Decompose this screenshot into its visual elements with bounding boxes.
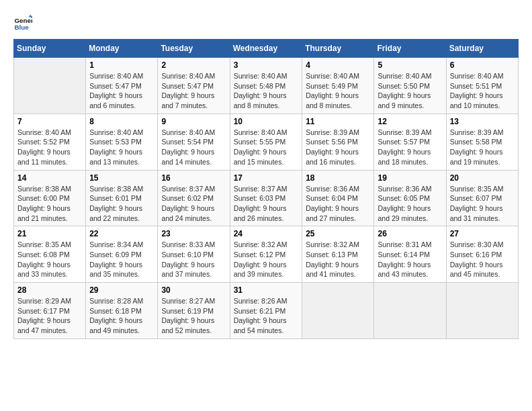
calendar-cell: 7Sunrise: 8:40 AMSunset: 5:52 PMDaylight… (14, 113, 86, 170)
week-row-2: 7Sunrise: 8:40 AMSunset: 5:52 PMDaylight… (14, 113, 519, 170)
weekday-header-friday: Friday (374, 40, 446, 58)
logo: General Blue (13, 13, 35, 32)
calendar-cell: 28Sunrise: 8:29 AMSunset: 6:17 PMDayligh… (14, 283, 86, 339)
day-number: 2 (161, 60, 226, 70)
week-row-5: 28Sunrise: 8:29 AMSunset: 6:17 PMDayligh… (14, 283, 519, 339)
calendar-cell: 24Sunrise: 8:32 AMSunset: 6:12 PMDayligh… (230, 226, 302, 283)
day-number: 16 (161, 173, 226, 183)
weekday-header-thursday: Thursday (302, 40, 374, 58)
day-number: 6 (450, 60, 515, 70)
day-number: 26 (378, 229, 442, 238)
cell-info: Sunrise: 8:40 AMSunset: 5:47 PMDaylight:… (161, 71, 226, 111)
cell-info: Sunrise: 8:40 AMSunset: 5:55 PMDaylight:… (234, 128, 299, 167)
cell-info: Sunrise: 8:35 AMSunset: 6:07 PMDaylight:… (450, 184, 515, 224)
weekday-header-wednesday: Wednesday (230, 40, 302, 58)
calendar-cell: 9Sunrise: 8:40 AMSunset: 5:54 PMDaylight… (158, 113, 230, 170)
cell-info: Sunrise: 8:40 AMSunset: 5:51 PMDaylight:… (450, 71, 515, 111)
calendar-cell: 15Sunrise: 8:38 AMSunset: 6:01 PMDayligh… (86, 170, 158, 226)
day-number: 14 (17, 173, 82, 183)
calendar-cell: 1Sunrise: 8:40 AMSunset: 5:47 PMDaylight… (86, 58, 158, 114)
calendar-table: SundayMondayTuesdayWednesdayThursdayFrid… (13, 39, 519, 339)
calendar-cell: 22Sunrise: 8:34 AMSunset: 6:09 PMDayligh… (86, 226, 158, 283)
week-row-3: 14Sunrise: 8:38 AMSunset: 6:00 PMDayligh… (14, 170, 519, 226)
cell-info: Sunrise: 8:29 AMSunset: 6:17 PMDaylight:… (17, 296, 82, 336)
cell-info: Sunrise: 8:40 AMSunset: 5:50 PMDaylight:… (378, 71, 442, 111)
cell-info: Sunrise: 8:37 AMSunset: 6:03 PMDaylight:… (234, 184, 299, 224)
day-number: 21 (17, 229, 82, 238)
weekday-header-saturday: Saturday (446, 40, 518, 58)
calendar-cell: 4Sunrise: 8:40 AMSunset: 5:49 PMDaylight… (302, 58, 374, 114)
cell-info: Sunrise: 8:39 AMSunset: 5:57 PMDaylight:… (378, 128, 442, 167)
calendar-cell: 18Sunrise: 8:36 AMSunset: 6:04 PMDayligh… (302, 170, 374, 226)
weekday-header-sunday: Sunday (14, 40, 86, 58)
calendar-cell: 13Sunrise: 8:39 AMSunset: 5:58 PMDayligh… (446, 113, 518, 170)
calendar-cell: 16Sunrise: 8:37 AMSunset: 6:02 PMDayligh… (158, 170, 230, 226)
calendar-cell: 27Sunrise: 8:30 AMSunset: 6:16 PMDayligh… (446, 226, 518, 283)
day-number: 27 (450, 229, 515, 238)
day-number: 29 (89, 285, 154, 295)
calendar-cell: 31Sunrise: 8:26 AMSunset: 6:21 PMDayligh… (230, 283, 302, 339)
day-number: 9 (161, 117, 226, 126)
calendar-cell: 21Sunrise: 8:35 AMSunset: 6:08 PMDayligh… (14, 226, 86, 283)
cell-info: Sunrise: 8:40 AMSunset: 5:53 PMDaylight:… (89, 128, 154, 167)
day-number: 10 (234, 117, 299, 126)
day-number: 24 (234, 229, 299, 238)
calendar-cell (374, 283, 446, 339)
day-number: 1 (89, 60, 154, 70)
day-number: 7 (17, 117, 82, 126)
cell-info: Sunrise: 8:35 AMSunset: 6:08 PMDaylight:… (17, 240, 82, 279)
calendar-cell: 6Sunrise: 8:40 AMSunset: 5:51 PMDaylight… (446, 58, 518, 114)
cell-info: Sunrise: 8:30 AMSunset: 6:16 PMDaylight:… (450, 240, 515, 279)
cell-info: Sunrise: 8:28 AMSunset: 6:18 PMDaylight:… (89, 296, 154, 336)
cell-info: Sunrise: 8:40 AMSunset: 5:48 PMDaylight:… (234, 71, 299, 111)
day-number: 25 (306, 229, 370, 238)
logo-icon: General Blue (13, 13, 32, 32)
day-number: 15 (89, 173, 154, 183)
calendar-cell: 8Sunrise: 8:40 AMSunset: 5:53 PMDaylight… (86, 113, 158, 170)
cell-info: Sunrise: 8:26 AMSunset: 6:21 PMDaylight:… (234, 296, 299, 336)
cell-info: Sunrise: 8:40 AMSunset: 5:54 PMDaylight:… (161, 128, 226, 167)
day-number: 3 (234, 60, 299, 70)
cell-info: Sunrise: 8:38 AMSunset: 6:01 PMDaylight:… (89, 184, 154, 224)
day-number: 23 (161, 229, 226, 238)
day-number: 31 (234, 285, 299, 295)
calendar-cell: 5Sunrise: 8:40 AMSunset: 5:50 PMDaylight… (374, 58, 446, 114)
day-number: 18 (306, 173, 370, 183)
cell-info: Sunrise: 8:38 AMSunset: 6:00 PMDaylight:… (17, 184, 82, 224)
calendar-cell: 2Sunrise: 8:40 AMSunset: 5:47 PMDaylight… (158, 58, 230, 114)
cell-info: Sunrise: 8:36 AMSunset: 6:04 PMDaylight:… (306, 184, 370, 224)
calendar-cell: 23Sunrise: 8:33 AMSunset: 6:10 PMDayligh… (158, 226, 230, 283)
day-number: 4 (306, 60, 370, 70)
day-number: 19 (378, 173, 442, 183)
cell-info: Sunrise: 8:33 AMSunset: 6:10 PMDaylight:… (161, 240, 226, 279)
day-number: 11 (306, 117, 370, 126)
cell-info: Sunrise: 8:31 AMSunset: 6:14 PMDaylight:… (378, 240, 442, 279)
day-number: 17 (234, 173, 299, 183)
day-number: 22 (89, 229, 154, 238)
cell-info: Sunrise: 8:37 AMSunset: 6:02 PMDaylight:… (161, 184, 226, 224)
day-number: 28 (17, 285, 82, 295)
weekday-header-row: SundayMondayTuesdayWednesdayThursdayFrid… (14, 40, 519, 58)
cell-info: Sunrise: 8:40 AMSunset: 5:47 PMDaylight:… (89, 71, 154, 111)
calendar-cell (302, 283, 374, 339)
calendar-cell (446, 283, 518, 339)
week-row-4: 21Sunrise: 8:35 AMSunset: 6:08 PMDayligh… (14, 226, 519, 283)
day-number: 30 (161, 285, 226, 295)
cell-info: Sunrise: 8:39 AMSunset: 5:56 PMDaylight:… (306, 128, 370, 167)
calendar-cell: 25Sunrise: 8:32 AMSunset: 6:13 PMDayligh… (302, 226, 374, 283)
day-number: 13 (450, 117, 515, 126)
weekday-header-tuesday: Tuesday (158, 40, 230, 58)
calendar-cell: 26Sunrise: 8:31 AMSunset: 6:14 PMDayligh… (374, 226, 446, 283)
cell-info: Sunrise: 8:40 AMSunset: 5:49 PMDaylight:… (306, 71, 370, 111)
page-header: General Blue (13, 13, 519, 32)
calendar-cell: 11Sunrise: 8:39 AMSunset: 5:56 PMDayligh… (302, 113, 374, 170)
calendar-cell: 14Sunrise: 8:38 AMSunset: 6:00 PMDayligh… (14, 170, 86, 226)
week-row-1: 1Sunrise: 8:40 AMSunset: 5:47 PMDaylight… (14, 58, 519, 114)
calendar-cell: 30Sunrise: 8:27 AMSunset: 6:19 PMDayligh… (158, 283, 230, 339)
svg-text:Blue: Blue (14, 24, 29, 31)
calendar-cell: 17Sunrise: 8:37 AMSunset: 6:03 PMDayligh… (230, 170, 302, 226)
calendar-cell (14, 58, 86, 114)
calendar-cell: 29Sunrise: 8:28 AMSunset: 6:18 PMDayligh… (86, 283, 158, 339)
day-number: 8 (89, 117, 154, 126)
cell-info: Sunrise: 8:40 AMSunset: 5:52 PMDaylight:… (17, 128, 82, 167)
